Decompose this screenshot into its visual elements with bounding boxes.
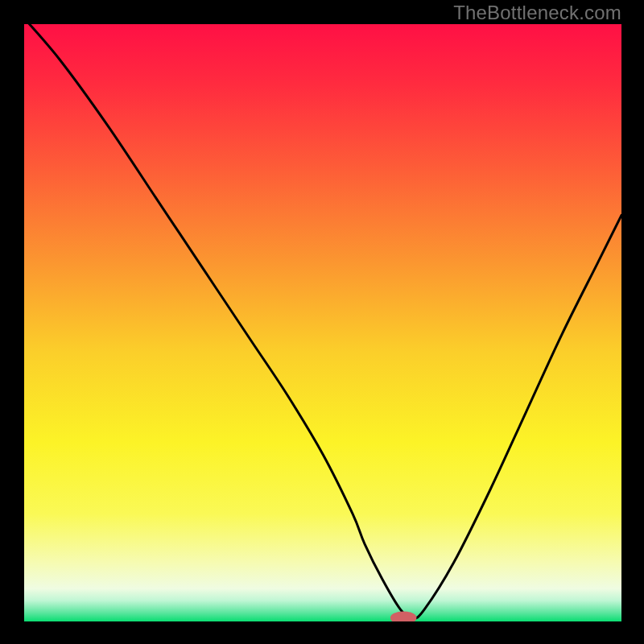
- gradient-background: [24, 24, 621, 621]
- bottleneck-chart: [0, 0, 644, 644]
- optimal-marker: [390, 611, 417, 624]
- chart-frame: TheBottleneck.com: [0, 0, 644, 644]
